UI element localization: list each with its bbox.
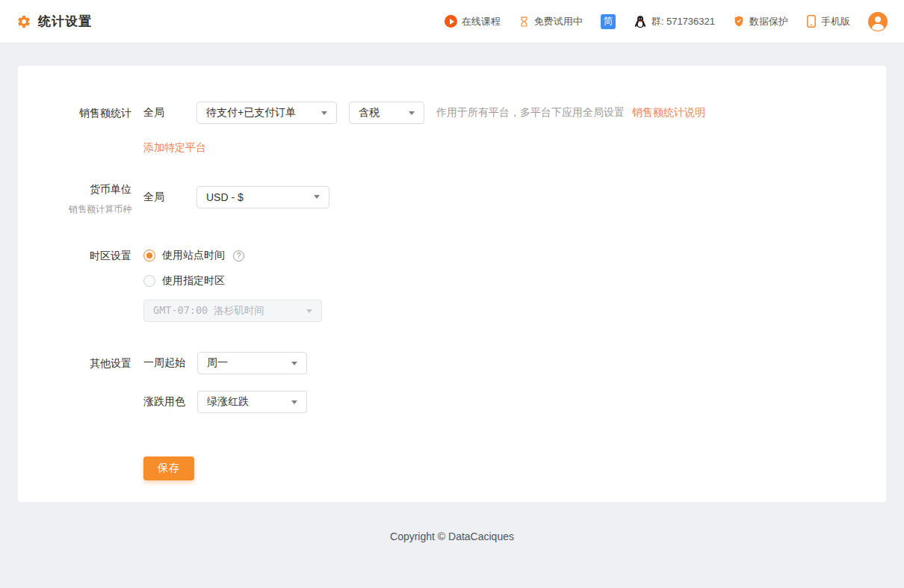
caret-down-icon xyxy=(314,195,320,199)
header-left: 统计设置 xyxy=(16,13,92,30)
currency-unit-row: 货币单位 销售额计算币种 全局 USD - $ xyxy=(18,178,886,216)
week-start-select[interactable]: 周一 xyxy=(197,352,307,374)
rise-fall-color-select-value: 绿涨红跌 xyxy=(207,395,249,409)
timezone-label: 时区设置 xyxy=(18,248,131,263)
radio-site-time[interactable] xyxy=(143,250,155,261)
rise-fall-color-label: 涨跌用色 xyxy=(143,395,185,409)
shield-check-icon xyxy=(733,15,745,28)
caret-down-icon xyxy=(321,111,327,115)
nav-online-course[interactable]: 在线课程 xyxy=(445,15,501,28)
radio-site-time-label: 使用站点时间 xyxy=(162,249,225,262)
nav-free-trial[interactable]: 免费试用中 xyxy=(518,15,583,28)
timezone-option-site[interactable]: 使用站点时间 ? xyxy=(143,248,322,263)
sales-statistics-row: 销售额统计 全局 待支付+已支付订单 含税 作用于所有平台，多平台下应用全局设置… xyxy=(18,102,886,155)
qq-penguin-icon xyxy=(634,15,647,28)
week-start-label: 一周起始 xyxy=(143,356,185,370)
hourglass-icon xyxy=(518,16,530,28)
timezone-label-col: 时区设置 xyxy=(18,248,143,322)
timezone-select-value: GMT-07:00 洛杉矶时间 xyxy=(153,304,264,318)
nav-qq-group-label: 群: 571736321 xyxy=(651,15,715,28)
sales-statistics-help-link[interactable]: 销售额统计说明 xyxy=(632,106,705,120)
settings-card: 销售额统计 全局 待支付+已支付订单 含税 作用于所有平台，多平台下应用全局设置… xyxy=(18,66,886,502)
gear-icon xyxy=(16,14,31,29)
nav-mobile-version-label: 手机版 xyxy=(821,15,850,28)
sales-statistics-label-col: 销售额统计 xyxy=(18,102,143,155)
caret-down-icon xyxy=(409,111,415,115)
tax-select-value: 含税 xyxy=(359,106,380,120)
order-type-select-value: 待支付+已支付订单 xyxy=(206,106,296,120)
timezone-option-custom[interactable]: 使用指定时区 xyxy=(143,273,322,288)
currency-select-value: USD - $ xyxy=(206,191,244,203)
caret-down-icon xyxy=(291,362,297,365)
order-type-select[interactable]: 待支付+已支付订单 xyxy=(196,102,337,124)
currency-unit-sublabel: 销售额计算币种 xyxy=(18,203,131,216)
nav-mobile-version[interactable]: 手机版 xyxy=(806,15,850,28)
nav-free-trial-label: 免费试用中 xyxy=(534,15,583,28)
language-toggle-label: 简 xyxy=(604,15,613,28)
radio-custom-timezone[interactable] xyxy=(143,275,155,287)
currency-scope-label: 全局 xyxy=(143,191,164,204)
caret-down-icon xyxy=(291,400,297,404)
nav-data-protection[interactable]: 数据保护 xyxy=(733,15,788,28)
language-toggle-badge[interactable]: 简 xyxy=(601,14,616,29)
currency-label-col: 货币单位 销售额计算币种 xyxy=(18,178,143,216)
other-settings-label-col: 其他设置 xyxy=(18,352,143,413)
tax-select[interactable]: 含税 xyxy=(349,102,424,124)
mobile-phone-icon xyxy=(806,15,817,28)
play-circle-icon xyxy=(445,15,457,28)
radio-custom-timezone-label: 使用指定时区 xyxy=(162,274,225,288)
timezone-row: 时区设置 使用站点时间 ? 使用指定时区 GMT-07:00 洛杉矶时间 xyxy=(18,248,886,322)
sales-scope-label: 全局 xyxy=(143,106,164,120)
help-question-icon[interactable]: ? xyxy=(233,250,244,261)
sales-hint-text: 作用于所有平台，多平台下应用全局设置 xyxy=(436,106,625,120)
nav-data-protection-label: 数据保护 xyxy=(749,15,788,28)
header-nav: 在线课程 免费试用中 简 群: 571736321 xyxy=(445,12,888,31)
page-title: 统计设置 xyxy=(38,13,92,30)
add-platform-link[interactable]: 添加特定平台 xyxy=(143,141,206,153)
footer-copyright: Copyright © DataCaciques xyxy=(0,530,904,542)
rise-fall-color-select[interactable]: 绿涨红跌 xyxy=(197,391,307,413)
other-settings-label: 其他设置 xyxy=(18,352,131,371)
nav-qq-group[interactable]: 群: 571736321 xyxy=(634,15,715,28)
nav-online-course-label: 在线课程 xyxy=(462,15,501,28)
timezone-select[interactable]: GMT-07:00 洛杉矶时间 xyxy=(143,300,322,322)
week-start-select-value: 周一 xyxy=(207,356,228,370)
caret-down-icon xyxy=(306,309,312,313)
sales-statistics-label: 销售额统计 xyxy=(18,102,131,120)
currency-select[interactable]: USD - $ xyxy=(196,186,329,208)
currency-unit-label: 货币单位 xyxy=(18,178,131,196)
user-avatar[interactable] xyxy=(868,12,888,31)
save-row: 保存 xyxy=(18,457,886,480)
app-header: 统计设置 在线课程 免费试用中 简 xyxy=(0,0,904,43)
other-settings-row: 其他设置 一周起始 周一 涨跌用色 绿涨红跌 xyxy=(18,352,886,413)
save-button[interactable]: 保存 xyxy=(143,457,194,480)
